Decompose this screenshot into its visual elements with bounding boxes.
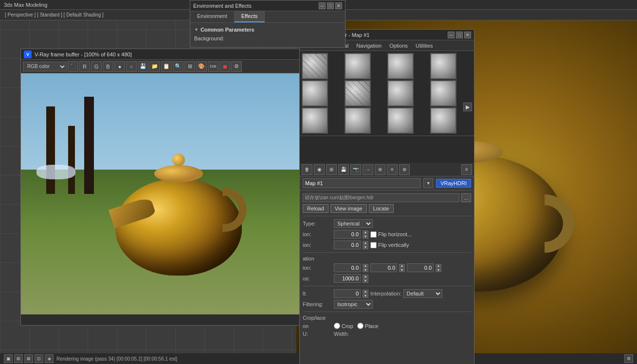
crop-place-radio-group[interactable]: Crop Place <box>334 323 378 329</box>
type-dropdown[interactable]: Spherical <box>334 219 373 228</box>
env-effects-panel[interactable]: Environment and Effects ─ □ ✕ Environmen… <box>190 0 346 48</box>
mat-tool-grid[interactable]: ⊞ <box>326 164 337 175</box>
rot-v-up[interactable]: ▲ <box>399 264 405 268</box>
mat-tool-assign[interactable]: → <box>363 164 373 175</box>
rot-bank-up[interactable]: ▲ <box>436 264 441 268</box>
mat-sphere-3-2[interactable] <box>345 107 371 134</box>
menu-utilities[interactable]: Utilities <box>412 41 437 50</box>
mat-sphere-2-1[interactable] <box>302 80 328 106</box>
vert-rot-up[interactable]: ▲ <box>363 241 368 245</box>
vert-rot-input[interactable] <box>334 241 361 249</box>
rot-v-input[interactable] <box>370 263 397 272</box>
mat-tool-7[interactable]: ⊗ <box>399 164 410 175</box>
view-image-btn[interactable]: View image <box>330 204 367 213</box>
mat-tool-delete[interactable]: 🗑 <box>302 164 312 175</box>
mat-maximize-btn[interactable]: □ <box>456 32 463 38</box>
file-path-input[interactable] <box>303 193 459 202</box>
mat-sphere-3-3[interactable] <box>387 107 414 134</box>
locate-btn[interactable]: Locate <box>369 204 394 213</box>
bottom-btn-2[interactable]: ⊞ <box>14 354 23 363</box>
mat-sphere-1-3[interactable] <box>387 53 414 79</box>
horiz-rot-input[interactable] <box>334 230 361 239</box>
rot-bank-input[interactable] <box>407 263 434 272</box>
mat-scroll-right[interactable]: ▶ <box>463 103 472 111</box>
mat-sphere-1-2[interactable] <box>345 53 371 79</box>
rot-bank-down[interactable]: ▼ <box>436 268 441 272</box>
flip-horiz-checkbox[interactable] <box>370 231 377 238</box>
mult-down[interactable]: ▼ <box>363 279 368 283</box>
interpolation-dropdown[interactable]: Default <box>403 289 442 298</box>
menu-navigation[interactable]: Navigation <box>352 41 385 50</box>
mat-sphere-1-4[interactable] <box>430 53 456 79</box>
vray-tool-2[interactable]: R <box>79 61 90 72</box>
vray-tool-12[interactable]: 🎨 <box>196 61 207 72</box>
vray-frame-buffer[interactable]: V V-Ray frame buffer - [100% of 640 x 48… <box>20 49 337 326</box>
bottom-btn-3[interactable]: ⊠ <box>24 354 33 363</box>
horiz-rot-down[interactable]: ▼ <box>363 235 368 239</box>
vray-tool-10[interactable]: 🔍 <box>173 61 183 72</box>
vray-tool-4[interactable]: B <box>103 61 113 72</box>
tab-environment[interactable]: Environment <box>190 11 235 22</box>
rot-bank-spinner[interactable]: ▲ ▼ <box>436 264 441 272</box>
rot-v-spinner[interactable]: ▲ ▼ <box>399 264 405 272</box>
vray-tool-1[interactable]: ⚫ <box>68 61 78 72</box>
mat-sphere-2-4[interactable] <box>430 80 456 106</box>
tab-effects[interactable]: Effects <box>235 11 265 22</box>
default-spinner[interactable]: ▲ ▼ <box>363 290 368 298</box>
env-close-btn[interactable]: ✕ <box>335 2 342 9</box>
vray-tool-5[interactable]: ● <box>114 61 125 72</box>
mat-tool-save[interactable]: 💾 <box>338 164 349 175</box>
crop-radio[interactable] <box>334 323 340 329</box>
mat-minimize-btn[interactable]: ─ <box>448 32 455 38</box>
place-radio[interactable] <box>357 323 364 329</box>
filtering-dropdown[interactable]: Isotropic <box>334 300 373 309</box>
rot-h-up[interactable]: ▲ <box>363 264 368 268</box>
vray-tool-3[interactable]: G <box>91 61 102 72</box>
multiplier-input[interactable] <box>334 274 361 283</box>
horiz-rot-spinner[interactable]: ▲ ▼ <box>363 230 368 239</box>
mult-up[interactable]: ▲ <box>363 275 368 278</box>
mat-tool-right-1[interactable]: ≡ <box>461 164 472 175</box>
rot-h-spinner[interactable]: ▲ ▼ <box>363 264 368 272</box>
vray-tool-8[interactable]: 📁 <box>149 61 160 72</box>
vray-tool-dib[interactable]: DIB <box>208 61 218 72</box>
mat-tool-camera[interactable]: 📷 <box>350 164 361 175</box>
mat-sphere-3-1[interactable] <box>302 107 328 134</box>
bottom-btn-1[interactable]: ▣ <box>4 354 13 363</box>
bottom-btn-5[interactable]: ◈ <box>45 354 54 363</box>
vray-tool-settings[interactable]: ⚙ <box>231 61 242 72</box>
menu-options[interactable]: Options <box>385 41 412 50</box>
mat-tool-sphere[interactable]: ◉ <box>314 164 325 175</box>
mat-sphere-3-4[interactable] <box>430 107 456 134</box>
vray-tool-7[interactable]: 💾 <box>138 61 148 72</box>
vray-tool-stop[interactable]: ⏹ <box>219 61 230 72</box>
rot-h-down[interactable]: ▼ <box>363 268 368 272</box>
rot-v-down[interactable]: ▼ <box>399 268 405 272</box>
flip-vert-checkbox[interactable] <box>370 242 377 248</box>
mat-sphere-1-1[interactable] <box>302 53 328 79</box>
map-name-input[interactable] <box>303 178 420 188</box>
bottom-btn-4[interactable]: ⊡ <box>35 354 43 363</box>
default-up[interactable]: ▲ <box>363 290 368 294</box>
browse-btn[interactable]: … <box>461 193 471 202</box>
map-name-dropdown[interactable]: ▼ <box>423 178 433 188</box>
mat-window-controls[interactable]: ─ □ ✕ <box>448 32 471 38</box>
default-down[interactable]: ▼ <box>363 294 368 298</box>
env-maximize-btn[interactable]: □ <box>327 2 334 9</box>
horiz-rot-up[interactable]: ▲ <box>363 230 368 234</box>
material-editor[interactable]: 3 Material Editor - Map #1 ─ □ ✕ Modes M… <box>299 29 474 364</box>
mat-tool-6[interactable]: ≡ <box>387 164 398 175</box>
mat-tool-5[interactable]: ⊕ <box>375 164 385 175</box>
rot-h-input[interactable] <box>334 263 361 272</box>
vert-rot-spinner[interactable]: ▲ ▼ <box>363 241 368 249</box>
vray-tool-9[interactable]: 📋 <box>161 61 172 72</box>
reload-btn[interactable]: Reload <box>303 204 328 213</box>
mat-close-btn[interactable]: ✕ <box>464 32 471 38</box>
bottom-btn-end[interactable]: ⚙ <box>624 354 633 363</box>
vert-rot-down[interactable]: ▼ <box>363 245 368 249</box>
vray-tool-11[interactable]: ⊞ <box>184 61 195 72</box>
multiplier-spinner[interactable]: ▲ ▼ <box>363 275 368 283</box>
default-input[interactable] <box>334 289 361 298</box>
mat-sphere-2-2[interactable] <box>345 80 371 106</box>
vray-tool-6[interactable]: ○ <box>126 61 137 72</box>
